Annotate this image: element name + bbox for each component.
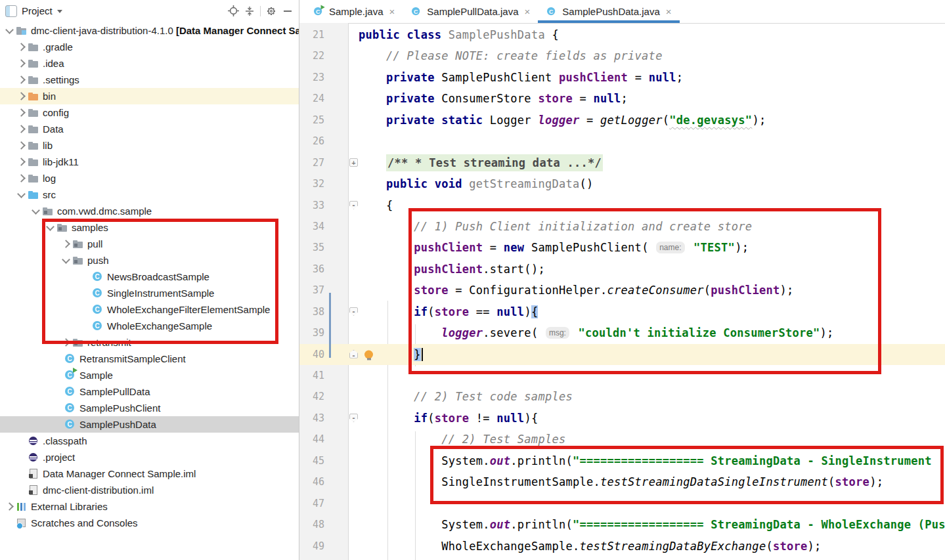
code-line-37[interactable]: 37 store = ConfigurationHelper.createCon…	[299, 280, 945, 301]
close-icon[interactable]: ×	[389, 6, 395, 17]
code-line-27[interactable]: 27+ /** * Test streaming data ...*/	[299, 152, 945, 173]
tree-item-bin[interactable]: bin	[0, 88, 299, 104]
line-number[interactable]: 48	[299, 514, 324, 535]
code-line-41[interactable]: 41	[299, 365, 945, 386]
code-text[interactable]: /** * Test streaming data ...*/	[359, 152, 945, 173]
fold-collapse-icon[interactable]: -	[349, 414, 358, 422]
chevron-right-icon[interactable]	[17, 75, 26, 84]
code-line-36[interactable]: 36 pushClient.start();	[299, 259, 945, 280]
fold-collapse-icon[interactable]: -	[349, 307, 358, 316]
tab-samplepulldata-java[interactable]: SamplePullData.java×	[403, 0, 538, 23]
code-text[interactable]: private ConsumerStore store = null;	[359, 88, 945, 109]
line-number[interactable]: 36	[299, 259, 324, 280]
line-number[interactable]: 26	[299, 131, 324, 152]
line-number[interactable]: 34	[299, 216, 324, 237]
tab-samplepushdata-java[interactable]: SamplePushData.java×	[538, 0, 679, 23]
code-text[interactable]: store = ConfigurationHelper.createConsum…	[359, 280, 945, 301]
tree-item-lib[interactable]: lib	[0, 137, 299, 154]
code-text[interactable]: System.out.println("================== S…	[359, 514, 945, 535]
fold-collapse-icon[interactable]: -	[349, 201, 358, 209]
chevron-right-icon[interactable]	[17, 108, 26, 117]
tree-item-newsbroadcastsample[interactable]: NewsBroadcastSample	[0, 269, 299, 285]
chevron-right-icon[interactable]	[62, 240, 70, 248]
line-number[interactable]: 27	[299, 152, 324, 173]
tree-item-wholeexchangefilterelementsample[interactable]: WholeExchangeFilterElementSample	[0, 301, 299, 318]
tree-item-scratches-and-consoles[interactable]: Scratches and Consoles	[0, 515, 299, 531]
tree-item-src[interactable]: src	[0, 186, 299, 203]
tree-item-config[interactable]: config	[0, 104, 299, 121]
code-text[interactable]: SingleInstrumentSample.testStreamingData…	[359, 471, 945, 492]
code-line-32[interactable]: 32 public void getStreamingData()	[299, 173, 945, 194]
chevron-down-icon[interactable]	[57, 10, 62, 13]
code-text[interactable]: public class SamplePushData {	[359, 24, 945, 45]
code-text[interactable]: if(store != null){	[359, 408, 945, 429]
tree-item-samples[interactable]: samples	[0, 219, 299, 236]
chevron-down-icon[interactable]	[46, 223, 55, 231]
line-number[interactable]: 45	[299, 450, 324, 471]
chevron-right-icon[interactable]	[17, 125, 26, 133]
tree-item-wholeexchangesample[interactable]: WholeExchangeSample	[0, 318, 299, 334]
tree-item-dmc-client-distribution-iml[interactable]: dmc-client-distribution.iml	[0, 482, 299, 498]
tree-item-project[interactable]: .project	[0, 449, 299, 465]
chevron-down-icon[interactable]	[17, 190, 26, 198]
code-text[interactable]: public void getStreamingData()	[359, 173, 945, 194]
code-text[interactable]: {	[359, 195, 945, 216]
tree-item-push[interactable]: push	[0, 252, 299, 269]
code-text[interactable]: }	[359, 344, 945, 365]
tree-item-samplepulldata[interactable]: SamplePullData	[0, 383, 299, 400]
editor-body[interactable]: 21public class SamplePushData {22 // Ple…	[299, 23, 945, 560]
tree-item-data-manager-connect-sample-iml[interactable]: Data Manager Connect Sample.iml	[0, 465, 299, 482]
code-line-44[interactable]: 44 // 2) Test Samples	[299, 429, 945, 450]
code-line-33[interactable]: 33- {	[299, 195, 945, 216]
tree-item-com-vwd-dmc-sample[interactable]: com.vwd.dmc.sample	[0, 203, 299, 219]
chevron-down-icon[interactable]	[5, 26, 14, 34]
code-line-39[interactable]: 39 logger.severe( msg: "couldn't initial…	[299, 322, 945, 343]
code-line-40[interactable]: 40- }	[299, 344, 945, 365]
line-number[interactable]: 49	[299, 536, 324, 557]
close-icon[interactable]: ×	[666, 6, 672, 17]
tree-item-log[interactable]: log	[0, 170, 299, 186]
gear-icon[interactable]	[265, 5, 277, 17]
tree-item-dmc-client-java-distribution-4-1-0[interactable]: dmc-client-java-distribution-4.1.0 [Data…	[0, 22, 299, 39]
chevron-right-icon[interactable]	[17, 92, 26, 100]
code-text[interactable]: // 2) Test Samples	[359, 429, 945, 450]
locate-file-icon[interactable]	[227, 5, 239, 17]
vcs-change-marker[interactable]	[329, 293, 331, 358]
line-number[interactable]: 22	[299, 45, 324, 66]
tree-item-retransmit[interactable]: retransmit	[0, 334, 299, 351]
tree-item-sample[interactable]: Sample	[0, 367, 299, 383]
line-number[interactable]: 41	[299, 365, 324, 386]
code-text[interactable]: private SamplePushClient pushClient = nu…	[359, 67, 945, 88]
code-line-42[interactable]: 42 // 2) Test code samples	[299, 386, 945, 407]
tree-item-external-libraries[interactable]: External Libraries	[0, 498, 299, 515]
chevron-right-icon[interactable]	[17, 59, 26, 68]
code-text[interactable]: System.out.println("================== S…	[359, 450, 945, 471]
close-icon[interactable]: ×	[525, 6, 531, 17]
tree-item-retransmitsampleclient[interactable]: RetransmitSampleClient	[0, 351, 299, 367]
tree-item-idea[interactable]: .idea	[0, 55, 299, 72]
tree-item-data[interactable]: Data	[0, 121, 299, 137]
code-text[interactable]: private static Logger logger = getLogger…	[359, 110, 945, 131]
tree-item-lib-jdk11[interactable]: lib-jdk11	[0, 154, 299, 170]
fold-expand-icon[interactable]: +	[349, 158, 358, 167]
tab-sample-java[interactable]: Sample.java×	[305, 0, 403, 23]
line-number[interactable]: 25	[299, 110, 324, 131]
tree-item-samplepushclient[interactable]: SamplePushClient	[0, 400, 299, 416]
code-text[interactable]: logger.severe( msg: "couldn't initialize…	[359, 322, 945, 343]
code-line-43[interactable]: 43- if(store != null){	[299, 408, 945, 429]
code-line-22[interactable]: 22 // Please NOTE: create fields as priv…	[299, 45, 945, 66]
chevron-down-icon[interactable]	[62, 255, 70, 264]
code-text[interactable]: pushClient = new SamplePushClient( name:…	[359, 237, 945, 258]
line-number[interactable]: 39	[299, 322, 324, 343]
code-text[interactable]: pushClient.start();	[359, 259, 945, 280]
line-number[interactable]: 32	[299, 173, 324, 194]
chevron-right-icon[interactable]	[17, 174, 26, 183]
line-number[interactable]: 37	[299, 280, 324, 301]
collapse-all-icon[interactable]	[244, 5, 255, 17]
code-line-23[interactable]: 23 private SamplePushClient pushClient =…	[299, 67, 945, 88]
chevron-right-icon[interactable]	[17, 141, 26, 150]
tree-item-samplepushdata[interactable]: SamplePushData	[0, 416, 299, 433]
line-number[interactable]: 33	[299, 195, 324, 216]
chevron-right-icon[interactable]	[5, 502, 14, 511]
line-number[interactable]: 44	[299, 429, 324, 450]
